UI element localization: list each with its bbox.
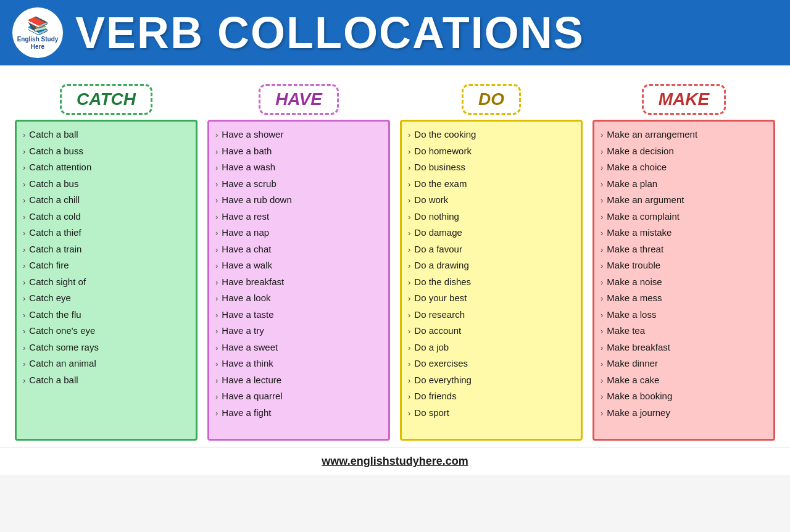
arrow-icon: › (408, 309, 410, 322)
list-item: ›Do a job (408, 339, 575, 356)
arrow-icon: › (215, 407, 218, 420)
arrow-icon: › (601, 309, 603, 322)
heading-catch: CATCH (15, 84, 198, 115)
heading-do: DO (400, 84, 583, 115)
list-box-have: ›Have a shower›Have a bath›Have a wash›H… (207, 120, 390, 441)
arrow-icon: › (601, 129, 603, 141)
list-item-text: Catch the flu (29, 308, 81, 322)
arrow-icon: › (601, 375, 603, 387)
list-item: ›Have a quarrel (215, 388, 382, 405)
list-item-text: Make a complaint (607, 210, 680, 224)
list-item-text: Catch an animal (29, 357, 96, 371)
list-item: ›Make a cake (601, 372, 767, 389)
arrow-icon: › (408, 178, 410, 191)
list-item: ›Have a wash (215, 159, 382, 176)
list-item-text: Make a mistake (607, 226, 672, 240)
arrow-icon: › (215, 260, 218, 272)
arrow-icon: › (408, 293, 410, 305)
list-item-text: Catch a train (29, 243, 81, 257)
arrow-icon: › (23, 276, 25, 289)
list-item: ›Do the exam (408, 176, 575, 193)
arrow-icon: › (23, 178, 25, 191)
arrow-icon: › (408, 260, 410, 272)
list-item: ›Have a chat (215, 241, 382, 258)
logo-text: English Study Here (17, 36, 59, 51)
list-item: ›Have a walk (215, 257, 382, 274)
list-item: ›Make a noise (601, 274, 767, 291)
arrow-icon: › (408, 146, 410, 158)
list-item-text: Make a decision (607, 144, 673, 159)
list-item: ›Have a look (215, 290, 382, 307)
list-item-text: Catch sight of (29, 275, 86, 289)
list-item-text: Have a shower (222, 128, 283, 142)
list-item-text: Make breakfast (607, 341, 670, 355)
columns-grid: CATCH›Catch a ball›Catch a buss›Catch at… (15, 84, 775, 441)
arrow-icon: › (601, 276, 603, 289)
list-item: ›Have a try (215, 323, 382, 339)
list-item: ›Catch a bus (23, 176, 189, 193)
list-item-text: Make a mess (607, 291, 662, 305)
list-box-make: ›Make an arrangement›Make a decision›Mak… (592, 120, 775, 441)
list-item: ›Do sport (408, 405, 575, 422)
list-item-text: Do the cooking (414, 128, 476, 142)
arrow-icon: › (215, 178, 218, 191)
list-item-text: Have a nap (222, 226, 269, 240)
list-item-text: Do business (414, 160, 465, 175)
list-item: ›Catch sight of (23, 274, 189, 291)
list-item-text: Make a cake (607, 373, 659, 388)
arrow-icon: › (23, 162, 25, 174)
arrow-icon: › (408, 244, 410, 256)
list-item-text: Make a journey (607, 406, 670, 420)
arrow-icon: › (215, 227, 218, 239)
arrow-icon: › (408, 211, 410, 223)
list-item: ›Do work (408, 192, 575, 209)
list-item-text: Make dinner (607, 357, 658, 371)
list-item: ›Do a favour (408, 241, 575, 258)
list-item-text: Do damage (414, 226, 462, 240)
badge-have: HAVE (259, 84, 339, 115)
list-item: ›Make a plan (601, 176, 767, 193)
list-item-text: Catch eye (29, 291, 71, 305)
list-item: ›Make a decision (601, 143, 767, 160)
list-item-text: Have a lecture (222, 373, 281, 388)
list-item-text: Make a plan (607, 177, 657, 191)
arrow-icon: › (23, 227, 25, 239)
list-item: ›Do the cooking (408, 127, 575, 143)
footer: www.englishstudyhere.com (0, 447, 790, 475)
list-item-text: Catch a thief (29, 226, 81, 240)
list-item: ›Have a scrub (215, 176, 382, 193)
list-item-text: Do homework (414, 144, 472, 159)
arrow-icon: › (23, 211, 25, 223)
arrow-icon: › (408, 407, 410, 420)
list-box-do: ›Do the cooking›Do homework›Do business›… (400, 120, 583, 441)
arrow-icon: › (601, 358, 603, 370)
arrow-icon: › (215, 244, 218, 256)
list-item-text: Do everything (414, 373, 472, 388)
list-item-text: Make a noise (607, 275, 662, 289)
list-item-text: Catch a cold (29, 210, 80, 224)
list-item-text: Do your best (414, 291, 467, 305)
list-item: ›Catch a buss (23, 143, 189, 160)
arrow-icon: › (408, 391, 410, 403)
main-content: CATCH›Catch a ball›Catch a buss›Catch at… (0, 65, 790, 447)
list-item: ›Catch a ball (23, 372, 189, 389)
list-item-text: Have a look (222, 291, 270, 305)
list-item-text: Make an argument (607, 193, 684, 207)
list-item: ›Have a nap (215, 225, 382, 241)
column-make: MAKE›Make an arrangement›Make a decision… (592, 84, 775, 441)
list-item: ›Do damage (408, 225, 575, 241)
list-item: ›Catch the flu (23, 307, 189, 323)
list-item-text: Have a scrub (222, 177, 276, 191)
list-item: ›Have a bath (215, 143, 382, 160)
list-item-text: Make a loss (607, 308, 656, 322)
arrow-icon: › (215, 358, 218, 370)
list-item: ›Have a shower (215, 127, 382, 143)
list-item: ›Make a journey (601, 405, 767, 422)
list-item: ›Make an arrangement (601, 127, 767, 143)
list-item-text: Do research (414, 308, 465, 322)
list-item: ›Make trouble (601, 257, 767, 274)
list-item: ›Make an argument (601, 192, 767, 209)
list-item: ›Catch one's eye (23, 323, 189, 339)
list-item-text: Make a booking (607, 389, 672, 404)
list-item-text: Catch attention (29, 160, 91, 175)
